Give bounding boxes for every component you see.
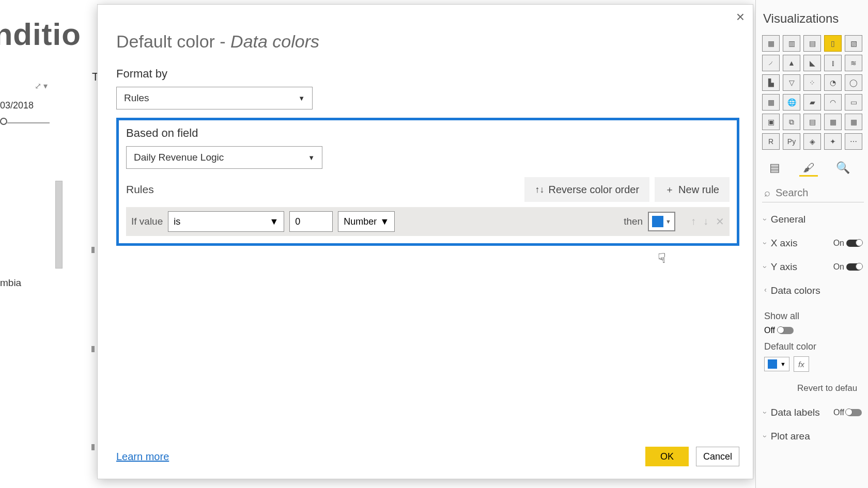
format-by-value: Rules	[124, 92, 149, 104]
y-axis-toggle[interactable]: On	[833, 262, 862, 272]
visualizations-title: Visualizations	[763, 11, 864, 26]
kpi-icon[interactable]: ⧉	[783, 114, 800, 130]
multi-card-icon[interactable]: ▣	[762, 114, 780, 130]
new-rule-button[interactable]: ＋ New rule	[655, 177, 730, 202]
toggle-on-text: On	[833, 262, 844, 272]
type-dropdown[interactable]: Number ▼	[338, 211, 395, 232]
rules-label: Rules	[126, 183, 154, 196]
report-title-fragment: onditio	[0, 17, 81, 52]
axis-tick	[91, 346, 95, 352]
card-icon[interactable]: ▭	[845, 94, 862, 111]
chevron-icon: ›	[761, 218, 769, 221]
color-swatch	[768, 359, 777, 369]
gauge-icon[interactable]: ◠	[824, 94, 842, 111]
stacked-area-icon[interactable]: ◣	[803, 55, 821, 71]
close-icon[interactable]: ×	[736, 10, 745, 24]
donut-icon[interactable]: ◯	[845, 74, 862, 91]
move-up-icon[interactable]: ↑	[691, 215, 696, 228]
data-colors-label: Data colors	[771, 285, 820, 296]
search-placeholder: Search	[776, 187, 808, 199]
show-all-toggle[interactable]: Off	[764, 326, 864, 335]
map-icon[interactable]: 🌐	[783, 94, 800, 111]
y-axis-section[interactable]: › Y axis On	[762, 255, 864, 279]
slicer-date: 03/2018	[0, 100, 34, 111]
matrix-icon[interactable]: ▦	[845, 114, 862, 130]
plus-icon: ＋	[665, 183, 674, 196]
chevron-down-icon: ▼	[380, 216, 389, 227]
ribbon-icon[interactable]: ≋	[845, 55, 862, 71]
default-color-picker[interactable]: ▼	[764, 357, 789, 371]
chevron-icon: ›	[761, 266, 769, 269]
revert-to-default-link[interactable]: Revert to defau	[797, 383, 864, 393]
funnel-icon[interactable]: ▽	[783, 74, 800, 91]
data-labels-label: Data labels	[771, 407, 820, 418]
search-input[interactable]: ⌕ Search	[762, 184, 864, 202]
cancel-button[interactable]: Cancel	[696, 447, 739, 466]
learn-more-link[interactable]: Learn more	[116, 451, 169, 463]
if-value-label: If value	[131, 216, 163, 227]
line-column-icon[interactable]: ⫿	[824, 55, 842, 71]
plot-area-label: Plot area	[771, 431, 810, 442]
new-rule-label: New rule	[678, 184, 719, 196]
color-picker[interactable]: ▼	[648, 212, 675, 231]
table-icon[interactable]: ▦	[824, 114, 842, 130]
then-label: then	[624, 216, 643, 227]
operator-value: is	[174, 216, 180, 227]
clustered-column-icon[interactable]: ▯	[824, 35, 842, 52]
import-visual-icon[interactable]: ⋯	[845, 133, 862, 150]
stacked-bar-icon[interactable]: ▦	[762, 35, 780, 52]
100pct-bar-icon[interactable]: ▧	[845, 35, 862, 52]
py-visual-icon[interactable]: Py	[783, 133, 800, 150]
y-axis-label: Y axis	[771, 261, 797, 273]
move-down-icon[interactable]: ↓	[703, 215, 708, 228]
chevron-down-icon: ▼	[780, 361, 786, 367]
chevron-down-icon: ▼	[308, 154, 315, 162]
x-axis-toggle[interactable]: On	[833, 239, 862, 248]
plot-area-section[interactable]: › Plot area	[762, 424, 864, 448]
key-influencers-icon[interactable]: ✦	[824, 133, 842, 150]
x-axis-label: X axis	[771, 238, 798, 249]
chevron-icon: ›	[761, 242, 769, 245]
scatter-icon[interactable]: ⁘	[803, 74, 821, 91]
stacked-column-icon[interactable]: ▤	[803, 35, 821, 52]
pie-icon[interactable]: ◔	[824, 74, 842, 91]
data-labels-toggle[interactable]: Off	[833, 408, 862, 417]
format-tab-icon[interactable]: 🖌	[799, 160, 818, 177]
dialog-title-prefix: Default color -	[116, 32, 230, 51]
general-section[interactable]: › General	[762, 208, 864, 231]
x-axis-section[interactable]: › X axis On	[762, 231, 864, 255]
conditional-formatting-dialog: × Default color - Data colors Format by …	[97, 4, 753, 479]
reverse-color-order-button[interactable]: ↑↓ Reverse color order	[524, 177, 649, 202]
type-value: Number	[344, 216, 377, 227]
arcgis-icon[interactable]: ◈	[803, 133, 821, 150]
reverse-label: Reverse color order	[548, 184, 639, 196]
axis-tick	[91, 247, 95, 253]
chevron-down-icon: ▼	[665, 218, 671, 225]
data-labels-section[interactable]: › Data labels Off	[762, 401, 864, 424]
slider-handle	[0, 118, 7, 125]
value-input[interactable]	[289, 211, 333, 232]
clustered-bar-icon[interactable]: ▥	[783, 35, 800, 52]
area-chart-icon[interactable]: ▲	[783, 55, 800, 71]
waterfall-icon[interactable]: ▙	[762, 74, 780, 91]
default-color-label: Default color	[764, 341, 864, 352]
r-visual-icon[interactable]: R	[762, 133, 780, 150]
visualization-gallery: ▦ ▥ ▤ ▯ ▧ ⟋ ▲ ◣ ⫿ ≋ ▙ ▽ ⁘ ◔ ◯ ▦ 🌐 ▰ ◠ ▭ …	[762, 35, 864, 150]
data-colors-section[interactable]: › Data colors	[762, 279, 864, 303]
analytics-tab-icon[interactable]: 🔍	[833, 160, 852, 177]
filled-map-icon[interactable]: ▰	[803, 94, 821, 111]
ok-button[interactable]: OK	[645, 447, 689, 466]
fx-button[interactable]: fx	[794, 356, 809, 372]
delete-icon[interactable]: ✕	[716, 215, 724, 228]
treemap-icon[interactable]: ▦	[762, 94, 780, 111]
format-by-dropdown[interactable]: Rules ▼	[116, 87, 313, 109]
bar-fragment	[55, 181, 63, 269]
slicer-icon[interactable]: ▤	[803, 114, 821, 130]
color-swatch	[652, 216, 663, 227]
toggle-off-text: Off	[764, 326, 775, 335]
based-on-field-dropdown[interactable]: Daily Revenue Logic ▼	[126, 146, 322, 169]
line-chart-icon[interactable]: ⟋	[762, 55, 780, 71]
operator-dropdown[interactable]: is ▼	[168, 211, 284, 232]
format-by-label: Format by	[116, 67, 739, 81]
fields-tab-icon[interactable]: ▤	[765, 160, 784, 177]
